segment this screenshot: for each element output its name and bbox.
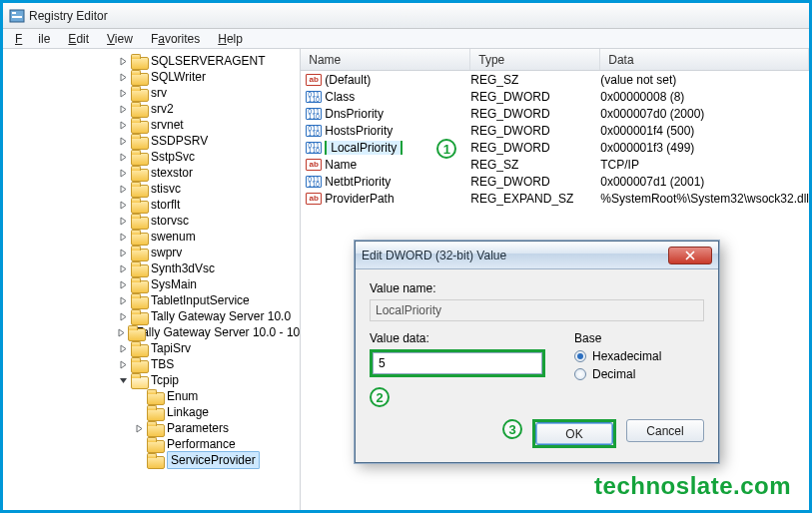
tree-item[interactable]: Tcpip bbox=[5, 372, 300, 388]
tree-item[interactable]: TBS bbox=[5, 356, 300, 372]
registry-tree[interactable]: SQLSERVERAGENTSQLWritersrvsrv2srvnetSSDP… bbox=[3, 49, 301, 510]
chevron-right-icon[interactable] bbox=[117, 103, 129, 115]
menu-edit[interactable]: Edit bbox=[60, 30, 97, 48]
close-icon[interactable] bbox=[668, 247, 712, 264]
menu-file[interactable]: File bbox=[7, 30, 58, 48]
tree-item[interactable]: Enum bbox=[5, 388, 300, 404]
tree-item[interactable]: SQLSERVERAGENT bbox=[5, 53, 300, 69]
svg-rect-1 bbox=[12, 12, 16, 14]
tree-item[interactable]: Performance bbox=[5, 436, 300, 452]
tree-item[interactable]: srv2 bbox=[5, 101, 300, 117]
cell-data: 0x000001f3 (499) bbox=[600, 141, 809, 155]
dword-icon bbox=[305, 107, 323, 121]
dialog-titlebar[interactable]: Edit DWORD (32-bit) Value bbox=[356, 242, 718, 269]
annotation-2: 2 bbox=[370, 387, 390, 407]
chevron-right-icon[interactable] bbox=[117, 342, 129, 354]
menu-help[interactable]: Help bbox=[210, 30, 251, 48]
tree-label: Enum bbox=[167, 388, 198, 404]
chevron-right-icon[interactable] bbox=[117, 183, 129, 195]
cell-type: REG_DWORD bbox=[470, 141, 600, 155]
list-row[interactable]: abProviderPathREG_EXPAND_SZ%SystemRoot%\… bbox=[301, 190, 809, 207]
chevron-right-icon[interactable] bbox=[117, 119, 129, 131]
dword-icon bbox=[305, 90, 323, 104]
tree-item[interactable]: SysMain bbox=[5, 276, 300, 292]
ok-button[interactable]: OK bbox=[535, 422, 613, 445]
chevron-right-icon[interactable] bbox=[117, 278, 129, 290]
tree-item[interactable]: TapiSrv bbox=[5, 340, 300, 356]
folder-icon bbox=[131, 70, 147, 84]
menu-view[interactable]: View bbox=[99, 30, 141, 48]
chevron-down-icon[interactable] bbox=[117, 374, 129, 386]
tree-item[interactable]: ServiceProvider bbox=[5, 452, 300, 468]
folder-icon bbox=[147, 405, 163, 419]
tree-item[interactable]: SstpSvc bbox=[5, 149, 300, 165]
menu-favorites[interactable]: Favorites bbox=[143, 30, 208, 48]
chevron-right-icon[interactable] bbox=[117, 55, 129, 67]
tree-item[interactable]: Linkage bbox=[5, 404, 300, 420]
chevron-right-icon[interactable] bbox=[117, 358, 129, 370]
col-type[interactable]: Type bbox=[470, 49, 600, 70]
list-row[interactable]: ab(Default)REG_SZ(value not set) bbox=[301, 71, 809, 88]
chevron-right-icon[interactable] bbox=[117, 294, 129, 306]
list-row[interactable]: HostsPriorityREG_DWORD0x000001f4 (500) bbox=[301, 122, 809, 139]
tree-item[interactable]: Parameters bbox=[5, 420, 300, 436]
chevron-right-icon[interactable] bbox=[117, 135, 129, 147]
tree-item[interactable]: srvnet bbox=[5, 117, 300, 133]
tree-item[interactable]: srv bbox=[5, 85, 300, 101]
tree-item[interactable]: storflt bbox=[5, 197, 300, 213]
chevron-right-icon[interactable] bbox=[117, 151, 129, 163]
tree-label: Performance bbox=[167, 436, 236, 452]
tree-label: SQLWriter bbox=[151, 69, 206, 85]
list-row[interactable]: NetbtPriorityREG_DWORD0x000007d1 (2001) bbox=[301, 173, 809, 190]
tree-item[interactable]: stisvc bbox=[5, 181, 300, 197]
folder-icon bbox=[131, 373, 147, 387]
cell-data: 0x00000008 (8) bbox=[600, 90, 809, 104]
tree-label: Tally Gateway Server 10.0 - 10 bbox=[136, 324, 300, 340]
value-data-input[interactable] bbox=[373, 352, 542, 374]
tree-item[interactable]: storvsc bbox=[5, 213, 300, 229]
chevron-right-icon[interactable] bbox=[117, 231, 129, 243]
chevron-right-icon[interactable] bbox=[133, 390, 145, 402]
tree-item[interactable]: Tally Gateway Server 10.0 - 10 bbox=[5, 324, 300, 340]
cell-type: REG_SZ bbox=[470, 158, 600, 172]
chevron-right-icon[interactable] bbox=[133, 454, 145, 466]
string-icon: ab bbox=[305, 73, 323, 87]
radio-dec[interactable]: Decimal bbox=[574, 367, 704, 381]
tree-label: swprv bbox=[151, 245, 182, 260]
chevron-right-icon[interactable] bbox=[117, 262, 129, 274]
chevron-right-icon[interactable] bbox=[117, 326, 126, 338]
chevron-right-icon[interactable] bbox=[117, 71, 129, 83]
list-row[interactable]: LocalPriorityREG_DWORD0x000001f3 (499) bbox=[301, 139, 809, 156]
tree-label: TapiSrv bbox=[151, 340, 191, 356]
cell-name: DnsPriority bbox=[325, 107, 470, 121]
chevron-right-icon[interactable] bbox=[133, 406, 145, 418]
chevron-right-icon[interactable] bbox=[117, 167, 129, 179]
list-row[interactable]: DnsPriorityREG_DWORD0x000007d0 (2000) bbox=[301, 105, 809, 122]
chevron-right-icon[interactable] bbox=[117, 215, 129, 227]
tree-item[interactable]: SSDPSRV bbox=[5, 133, 300, 149]
tree-label: stisvc bbox=[151, 181, 181, 197]
string-icon: ab bbox=[305, 192, 323, 206]
tree-label: storvsc bbox=[151, 213, 189, 229]
tree-item[interactable]: swenum bbox=[5, 229, 300, 245]
chevron-right-icon[interactable] bbox=[117, 310, 129, 322]
chevron-right-icon[interactable] bbox=[117, 199, 129, 211]
col-data[interactable]: Data bbox=[600, 49, 809, 70]
col-name[interactable]: Name bbox=[301, 49, 470, 70]
list-row[interactable]: abNameREG_SZTCP/IP bbox=[301, 156, 809, 173]
chevron-right-icon[interactable] bbox=[117, 247, 129, 258]
cancel-button[interactable]: Cancel bbox=[626, 419, 704, 442]
tree-item[interactable]: Tally Gateway Server 10.0 bbox=[5, 308, 300, 324]
tree-item[interactable]: stexstor bbox=[5, 165, 300, 181]
chevron-right-icon[interactable] bbox=[117, 87, 129, 99]
radio-hex[interactable]: Hexadecimal bbox=[574, 349, 704, 363]
chevron-right-icon[interactable] bbox=[133, 438, 145, 450]
tree-label: ServiceProvider bbox=[167, 451, 260, 469]
tree-item[interactable]: swprv bbox=[5, 245, 300, 260]
tree-item[interactable]: TabletInputService bbox=[5, 292, 300, 308]
tree-label: SQLSERVERAGENT bbox=[151, 53, 265, 69]
chevron-right-icon[interactable] bbox=[133, 422, 145, 434]
tree-item[interactable]: Synth3dVsc bbox=[5, 260, 300, 276]
tree-item[interactable]: SQLWriter bbox=[5, 69, 300, 85]
list-row[interactable]: ClassREG_DWORD0x00000008 (8) bbox=[301, 88, 809, 105]
